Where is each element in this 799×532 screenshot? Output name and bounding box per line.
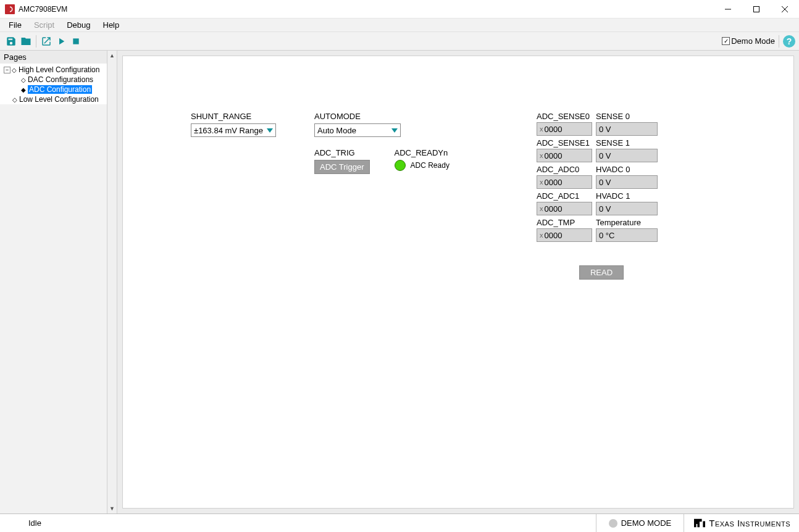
register-label: ADC_ADC0: [537, 165, 592, 175]
shunt-range-dropdown[interactable]: ±163.84 mV Range: [191, 123, 276, 137]
register-grid: ADC_SENSE0SENSE 0x00000 VADC_SENSE1SENSE…: [537, 112, 666, 244]
diamond-icon: ◇: [12, 96, 17, 103]
scroll-up-icon[interactable]: ▲: [107, 51, 117, 60]
checkbox-checked-icon: ✓: [722, 37, 730, 45]
menu-help[interactable]: Help: [97, 19, 126, 31]
menu-script: Script: [28, 19, 61, 31]
toolbar-separator: [779, 35, 779, 48]
adc-readyn-label: ADC_READYn: [395, 148, 450, 157]
register-hex-value[interactable]: x0000: [537, 202, 592, 215]
register-hex-value[interactable]: x0000: [537, 122, 592, 136]
window-close-button[interactable]: [771, 0, 799, 19]
diamond-filled-icon: ◆: [21, 86, 26, 93]
adc-trigger-button[interactable]: ADC Trigger: [314, 160, 370, 174]
shunt-range-value: ±163.84 mV Range: [194, 126, 263, 135]
toolbar: ✓ Demo Mode ?: [0, 32, 799, 51]
adc-trig-label: ADC_TRIG: [314, 148, 370, 157]
register-human-label: HVADC 1: [596, 191, 658, 202]
tree-collapse-icon[interactable]: −: [4, 67, 10, 73]
menu-file[interactable]: File: [2, 19, 28, 31]
scroll-down-icon[interactable]: ▼: [107, 504, 117, 513]
register-human-value: 0 V: [596, 175, 658, 189]
tree-item-low-level[interactable]: ◇ Low Level Configuration: [4, 94, 107, 104]
toolbar-separator: [36, 35, 36, 48]
tree: − ◇ High Level Configuration ◇ DAC Confi…: [0, 64, 107, 104]
sidebar-header: Pages: [0, 51, 107, 64]
automode-label: AUTOMODE: [314, 112, 500, 121]
menu-debug[interactable]: Debug: [61, 19, 96, 31]
popout-button[interactable]: [39, 34, 54, 49]
svg-rect-5: [73, 38, 78, 44]
tree-item-high-level[interactable]: − ◇ High Level Configuration: [4, 65, 107, 75]
tree-item-adc-config[interactable]: ◆ ADC Configuration: [4, 85, 107, 94]
connection-indicator: DEMO MODE: [596, 514, 684, 532]
tree-label: High Level Configuration: [19, 65, 99, 74]
demo-mode-label: Demo Mode: [731, 36, 775, 46]
status-text: Idle: [0, 518, 41, 528]
tree-label: Low Level Configuration: [19, 95, 99, 104]
tree-label: DAC Configurations: [28, 75, 93, 84]
chevron-down-icon: [391, 128, 398, 133]
stop-button[interactable]: [69, 34, 83, 49]
content-area: SHUNT_RANGE ±163.84 mV Range AUTOMODE Au…: [117, 51, 799, 513]
window-title: AMC7908EVM: [19, 5, 67, 14]
register-label: ADC_TMP: [537, 218, 592, 228]
shunt-range-label: SHUNT_RANGE: [191, 112, 277, 121]
ti-brand-text: Texas Instruments: [709, 518, 790, 528]
register-hex-value[interactable]: x0000: [537, 228, 592, 242]
register-label: ADC_ADC1: [537, 191, 592, 202]
register-label: ADC_SENSE0: [537, 112, 592, 122]
app-icon: [5, 4, 15, 14]
connection-mode-text: DEMO MODE: [621, 518, 672, 528]
play-button[interactable]: [54, 34, 69, 49]
register-human-label: SENSE 0: [596, 112, 658, 122]
adc-configuration-panel: SHUNT_RANGE ±163.84 mV Range AUTOMODE Au…: [122, 56, 794, 509]
register-human-label: SENSE 1: [596, 138, 658, 149]
connection-dot-icon: [609, 519, 617, 528]
ti-bug-icon: [693, 518, 706, 529]
diamond-icon: ◇: [12, 67, 17, 73]
register-human-label: Temperature: [596, 218, 658, 228]
automode-dropdown[interactable]: Auto Mode: [314, 123, 401, 137]
window-maximize-button[interactable]: [742, 0, 771, 19]
register-human-value: 0 V: [596, 149, 658, 162]
automode-value: Auto Mode: [317, 126, 356, 135]
tree-label: ADC Configuration: [28, 85, 92, 94]
demo-mode-checkbox[interactable]: ✓ Demo Mode: [722, 36, 775, 46]
sidebar: Pages − ◇ High Level Configuration ◇ DAC…: [0, 51, 117, 513]
open-folder-button[interactable]: [19, 34, 33, 49]
help-button[interactable]: ?: [783, 35, 795, 48]
ti-logo: Texas Instruments: [684, 514, 799, 532]
svg-rect-2: [754, 6, 759, 12]
adc-ready-led-icon: [395, 160, 406, 171]
register-human-value: 0 °C: [596, 228, 658, 242]
menubar: File Script Debug Help: [0, 19, 799, 32]
register-hex-value[interactable]: x0000: [537, 149, 592, 162]
register-human-value: 0 V: [596, 122, 658, 136]
chevron-down-icon: [267, 128, 273, 133]
register-human-label: HVADC 0: [596, 165, 658, 175]
register-hex-value[interactable]: x0000: [537, 175, 592, 189]
statusbar: Idle DEMO MODE Texas Instruments: [0, 513, 799, 532]
save-button[interactable]: [4, 34, 19, 49]
diamond-icon: ◇: [21, 77, 26, 83]
register-human-value: 0 V: [596, 202, 658, 215]
tree-item-dac-config[interactable]: ◇ DAC Configurations: [4, 75, 107, 85]
sidebar-scrollbar[interactable]: ▲ ▼: [107, 51, 117, 513]
window-minimize-button[interactable]: [714, 0, 742, 19]
register-label: ADC_SENSE1: [537, 138, 592, 149]
read-button[interactable]: READ: [579, 265, 624, 280]
adc-ready-text: ADC Ready: [411, 161, 450, 170]
titlebar: AMC7908EVM: [0, 0, 799, 19]
